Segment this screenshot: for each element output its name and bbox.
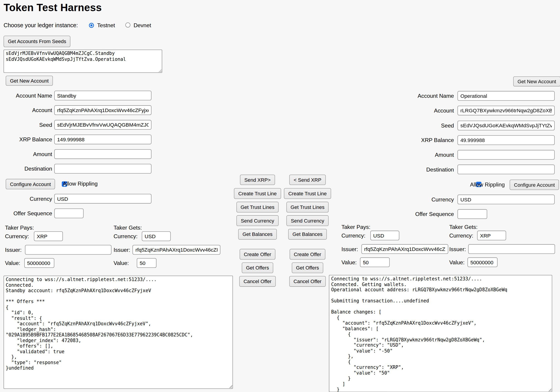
standby-get-offers-button[interactable]: Get Offers <box>242 263 273 273</box>
standby-offer-sequence-field[interactable] <box>54 208 83 218</box>
operational-get-new-account-button[interactable]: Get New Account <box>513 77 560 87</box>
standby-get-trustlines-button[interactable]: Get Trust Lines <box>236 202 279 212</box>
operational-destination-field[interactable] <box>458 165 555 174</box>
standby-taker-gets-currency-label: Currency: <box>114 231 138 241</box>
operational-destination-label: Destination <box>393 165 454 174</box>
page-title: Token Test Harness <box>4 2 102 14</box>
standby-taker-pays-currency-label: Currency: <box>5 231 29 241</box>
standby-taker-gets-issuer-label: Issuer: <box>114 245 130 255</box>
operational-offer-sequence-label: Offer Sequence <box>393 209 454 219</box>
seeds-textarea[interactable]: sEdVjrMJEBvVfnvVwUQAQGBM4mZJCgC.Standby … <box>4 50 162 73</box>
operational-create-trustline-button[interactable]: Create Trust Line <box>284 188 331 199</box>
standby-get-new-account-button[interactable]: Get New Account <box>6 76 53 86</box>
standby-create-trustline-button[interactable]: Create Trust Line <box>234 188 281 199</box>
standby-configure-account-button[interactable]: Configure Account <box>6 179 55 189</box>
standby-taker-pays-value-field[interactable] <box>24 258 54 268</box>
operational-taker-gets-currency-field[interactable] <box>477 231 506 240</box>
operational-currency-field[interactable] <box>458 195 555 204</box>
standby-taker-gets-value-label: Value: <box>114 258 129 268</box>
standby-get-balances-button[interactable]: Get Balances <box>238 229 277 240</box>
operational-account-field[interactable] <box>458 106 555 115</box>
operational-xrp-balance-field[interactable] <box>458 136 555 145</box>
operational-get-offers-button[interactable]: Get Offers <box>292 263 323 273</box>
standby-taker-pays-issuer-field[interactable] <box>25 245 111 255</box>
operational-get-trustlines-button[interactable]: Get Trust Lines <box>286 202 329 212</box>
standby-currency-label: Currency <box>0 194 52 204</box>
operational-allow-rippling-label: Allow Rippling <box>470 180 505 189</box>
operational-taker-gets-currency-label: Currency: <box>449 231 473 240</box>
operational-account-name-field[interactable] <box>458 91 555 100</box>
standby-console-textarea[interactable]: Connecting to wss://s.altnet.rippletest.… <box>4 276 233 389</box>
standby-send-xrp-button[interactable]: Send XRP> <box>240 175 275 185</box>
operational-amount-label: Amount <box>393 150 454 159</box>
standby-taker-gets-value-field[interactable] <box>137 258 157 268</box>
token-test-harness-page: Token Test Harness Choose your ledger in… <box>0 0 560 392</box>
operational-offer-sequence-field[interactable] <box>458 209 487 219</box>
operational-account-name-label: Account Name <box>393 91 454 100</box>
standby-allow-rippling-label: Allow Rippling <box>63 179 98 188</box>
standby-destination-label: Destination <box>0 164 52 173</box>
operational-xrp-balance-label: XRP Balance <box>393 136 454 145</box>
operational-amount-field[interactable] <box>458 150 555 159</box>
standby-seed-label: Seed <box>0 120 52 129</box>
operational-taker-pays-issuer-label: Issuer: <box>341 244 358 254</box>
get-accounts-from-seeds-button[interactable]: Get Accounts From Seeds <box>4 36 70 47</box>
standby-cancel-offer-button[interactable]: Cancel Offer <box>239 276 276 287</box>
testnet-radio[interactable] <box>89 23 94 28</box>
operational-create-offer-button[interactable]: Create Offer <box>290 249 326 260</box>
operational-taker-gets-value-field[interactable] <box>467 257 497 267</box>
ledger-instance-label: Choose your ledger instance: <box>4 22 78 29</box>
devnet-radio[interactable] <box>125 22 130 28</box>
standby-account-field[interactable] <box>54 105 151 115</box>
standby-create-offer-button[interactable]: Create Offer <box>240 249 276 260</box>
operational-taker-gets-issuer-field[interactable] <box>468 244 555 254</box>
standby-amount-field[interactable] <box>54 149 151 159</box>
standby-destination-field[interactable] <box>54 164 151 173</box>
standby-account-name-label: Account Name <box>0 91 52 100</box>
standby-taker-pays-heading: Taker Pays: <box>5 225 34 231</box>
operational-cancel-offer-button[interactable]: Cancel Offer <box>289 276 326 287</box>
standby-currency-field[interactable] <box>54 194 151 204</box>
operational-taker-pays-value-field[interactable] <box>360 257 390 267</box>
operational-taker-gets-heading: Taker Gets: <box>449 224 478 230</box>
operational-seed-label: Seed <box>393 121 454 130</box>
operational-send-xrp-button[interactable]: < Send XRP <box>289 175 326 185</box>
operational-console-textarea[interactable]: Connecting to wss://s.altnet.rippletest.… <box>329 275 552 392</box>
standby-taker-pays-currency-field[interactable] <box>34 231 63 241</box>
devnet-radio-label[interactable]: Devnet <box>134 22 151 29</box>
standby-seed-field[interactable] <box>54 120 151 129</box>
operational-taker-pays-currency-label: Currency: <box>341 231 366 240</box>
standby-offer-sequence-label: Offer Sequence <box>0 208 52 218</box>
standby-amount-label: Amount <box>0 149 52 159</box>
standby-send-currency-button[interactable]: Send Currency <box>236 215 278 226</box>
standby-taker-pays-issuer-label: Issuer: <box>5 245 21 255</box>
standby-xrp-balance-label: XRP Balance <box>0 135 52 144</box>
operational-currency-label: Currency <box>393 195 454 204</box>
standby-account-label: Account <box>0 105 52 115</box>
standby-taker-gets-heading: Taker Gets: <box>114 225 142 231</box>
operational-taker-gets-value-label: Value: <box>449 257 464 267</box>
standby-taker-gets-currency-field[interactable] <box>142 231 171 241</box>
operational-account-label: Account <box>393 106 454 115</box>
operational-seed-field[interactable] <box>458 121 555 130</box>
standby-account-name-field[interactable] <box>54 91 151 100</box>
standby-xrp-balance-field[interactable] <box>54 135 151 144</box>
operational-taker-pays-value-label: Value: <box>341 257 357 267</box>
operational-taker-gets-issuer-label: Issuer: <box>449 244 466 254</box>
standby-taker-pays-value-label: Value: <box>5 258 20 268</box>
standby-taker-gets-issuer-field[interactable] <box>132 245 220 255</box>
operational-send-currency-button[interactable]: Send Currency <box>287 215 329 226</box>
operational-taker-pays-issuer-field[interactable] <box>361 244 448 254</box>
operational-taker-pays-currency-field[interactable] <box>370 231 399 240</box>
operational-configure-account-button[interactable]: Configure Account <box>510 180 559 190</box>
testnet-radio-label[interactable]: Testnet <box>97 22 115 29</box>
operational-taker-pays-heading: Taker Pays: <box>341 224 370 230</box>
operational-get-balances-button[interactable]: Get Balances <box>288 229 327 240</box>
